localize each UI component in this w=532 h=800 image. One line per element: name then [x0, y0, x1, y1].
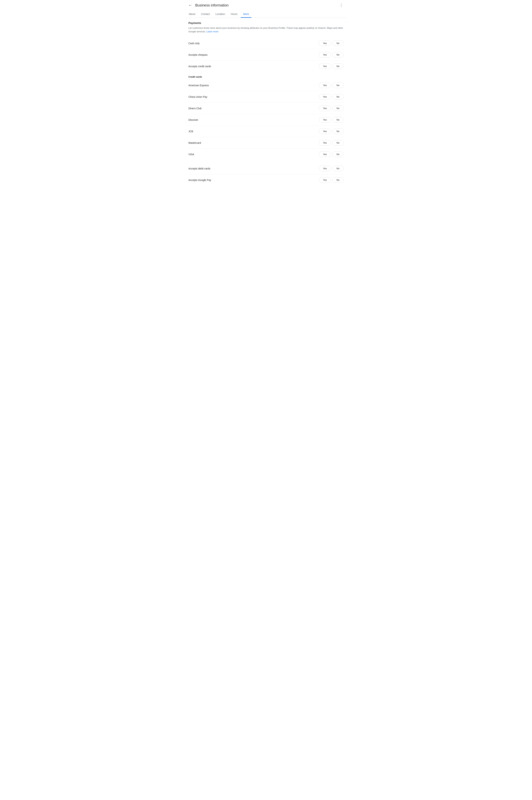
payment-row-mastercard: Mastercard Yes No [188, 137, 344, 149]
tab-contact[interactable]: Contact [198, 11, 212, 18]
tab-about[interactable]: About [186, 11, 198, 18]
payment-row-visa: VISA Yes No [188, 149, 344, 160]
payment-row-diners-club: Diners Club Yes No [188, 103, 344, 114]
payment-label-accepts-debit-cards: Accepts debit cards [188, 167, 210, 170]
other-payment-items-list: Accepts debit cards Yes No Accepts Googl… [188, 163, 344, 186]
button-group-jcb: Yes No [319, 129, 344, 134]
payments-description: Let customers know more about your busin… [188, 26, 344, 33]
accepts-credit-cards-no-button[interactable]: No [332, 63, 344, 69]
payment-label-american-express: American Express [188, 84, 209, 87]
cash-only-no-button[interactable]: No [332, 40, 344, 46]
payment-label-cash-only: Cash only [188, 42, 200, 45]
button-group-cash-only: Yes No [319, 40, 344, 46]
payment-row-accepts-credit-cards: Accepts credit cards Yes No [188, 60, 344, 72]
tab-bar: About Contact Location Hours More [185, 11, 347, 18]
button-group-accepts-debit-cards: Yes No [319, 166, 344, 171]
payment-label-jcb: JCB [188, 130, 193, 133]
visa-yes-button[interactable]: Yes [319, 151, 331, 157]
more-options-button[interactable]: ⋮ [339, 3, 344, 7]
accepts-google-pay-no-button[interactable]: No [332, 177, 344, 183]
button-group-discover: Yes No [319, 117, 344, 123]
discover-yes-button[interactable]: Yes [319, 117, 331, 123]
jcb-no-button[interactable]: No [332, 129, 344, 134]
mastercard-yes-button[interactable]: Yes [319, 140, 331, 146]
button-group-accepts-credit-cards: Yes No [319, 63, 344, 69]
main-content: Payments Let customers know more about y… [185, 18, 347, 189]
visa-no-button[interactable]: No [332, 151, 344, 157]
discover-no-button[interactable]: No [332, 117, 344, 123]
payment-label-diners-club: Diners Club [188, 107, 202, 110]
cash-only-yes-button[interactable]: Yes [319, 40, 331, 46]
accepts-cheques-no-button[interactable]: No [332, 52, 344, 57]
china-union-pay-yes-button[interactable]: Yes [319, 94, 331, 99]
button-group-mastercard: Yes No [319, 140, 344, 146]
payment-label-accepts-credit-cards: Accepts credit cards [188, 65, 211, 68]
payment-row-accepts-google-pay: Accepts Google Pay Yes No [188, 174, 344, 186]
diners-club-yes-button[interactable]: Yes [319, 106, 331, 111]
payment-row-accepts-debit-cards: Accepts debit cards Yes No [188, 163, 344, 174]
payment-row-american-express: American Express Yes No [188, 80, 344, 91]
payment-label-discover: Discover [188, 118, 198, 121]
payment-label-mastercard: Mastercard [188, 142, 201, 144]
button-group-accepts-cheques: Yes No [319, 52, 344, 57]
payment-label-accepts-cheques: Accepts cheques [188, 53, 208, 56]
credit-card-items-list: American Express Yes No China Union Pay … [188, 80, 344, 160]
jcb-yes-button[interactable]: Yes [319, 129, 331, 134]
payment-label-china-union-pay: China Union Pay [188, 95, 207, 98]
button-group-china-union-pay: Yes No [319, 94, 344, 99]
accepts-cheques-yes-button[interactable]: Yes [319, 52, 331, 57]
payment-items-list: Cash only Yes No Accepts cheques Yes No … [188, 38, 344, 72]
tab-more[interactable]: More [241, 11, 251, 18]
payment-row-discover: Discover Yes No [188, 114, 344, 126]
accepts-debit-cards-yes-button[interactable]: Yes [319, 166, 331, 171]
payment-row-accepts-cheques: Accepts cheques Yes No [188, 49, 344, 60]
diners-club-no-button[interactable]: No [332, 106, 344, 111]
button-group-american-express: Yes No [319, 82, 344, 88]
header-left: ← Business information [188, 3, 229, 7]
payment-row-china-union-pay: China Union Pay Yes No [188, 91, 344, 103]
button-group-diners-club: Yes No [319, 106, 344, 111]
accepts-debit-cards-no-button[interactable]: No [332, 166, 344, 171]
page-title: Business information [195, 3, 229, 7]
payment-row-cash-only: Cash only Yes No [188, 38, 344, 49]
china-union-pay-no-button[interactable]: No [332, 94, 344, 99]
back-button[interactable]: ← [188, 3, 192, 7]
learn-more-link[interactable]: Learn more [206, 30, 218, 33]
payment-label-accepts-google-pay: Accepts Google Pay [188, 179, 211, 182]
accepts-credit-cards-yes-button[interactable]: Yes [319, 63, 331, 69]
button-group-accepts-google-pay: Yes No [319, 177, 344, 183]
mastercard-no-button[interactable]: No [332, 140, 344, 146]
payments-section-title: Payments [188, 21, 344, 24]
payment-label-visa: VISA [188, 153, 194, 156]
payment-row-jcb: JCB Yes No [188, 126, 344, 137]
tab-location[interactable]: Location [213, 11, 228, 18]
accepts-google-pay-yes-button[interactable]: Yes [319, 177, 331, 183]
american-express-no-button[interactable]: No [332, 82, 344, 88]
button-group-visa: Yes No [319, 151, 344, 157]
tab-hours[interactable]: Hours [228, 11, 240, 18]
credit-cards-section-title: Credit cards [188, 72, 344, 80]
header: ← Business information ⋮ [185, 0, 347, 11]
american-express-yes-button[interactable]: Yes [319, 82, 331, 88]
